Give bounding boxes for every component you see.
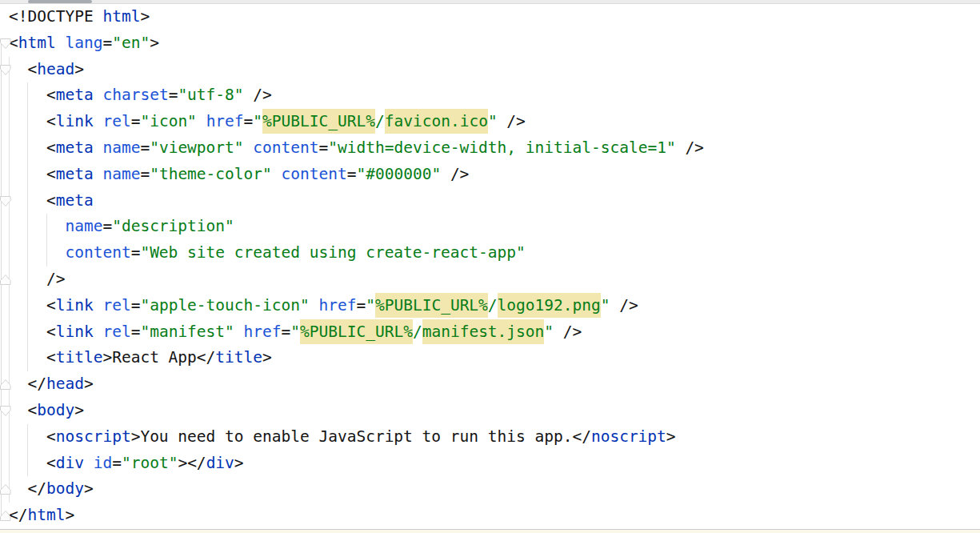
highlighted-token: %PUBLIC_URL% [375, 293, 488, 318]
code-token: ></ [178, 454, 206, 472]
code-line[interactable]: <title>React App</title> [9, 345, 980, 371]
code-token: name [102, 138, 140, 157]
code-line[interactable]: <body> [9, 398, 980, 424]
code-token: "viewport" [150, 138, 243, 157]
code-token [9, 401, 27, 419]
bottom-edge-strip [0, 529, 980, 533]
code-token: / [375, 112, 385, 130]
code-line[interactable]: <link rel="manifest" href="%PUBLIC_URL%/… [9, 319, 980, 346]
code-token: < [46, 427, 56, 446]
code-token: </ [27, 479, 46, 498]
code-line[interactable]: <link rel="apple-touch-icon" href="%PUBL… [9, 293, 980, 319]
code-line[interactable]: <!DOCTYPE html> [9, 4, 980, 30]
indent-guide [27, 82, 28, 371]
code-token: "apple-touch-icon" [140, 296, 309, 315]
scrollbar-thumb[interactable] [28, 0, 92, 3]
code-token: = [140, 165, 150, 183]
code-token: < [46, 112, 56, 130]
code-token: href [206, 112, 244, 130]
code-line[interactable]: content="Web site created using create-r… [9, 240, 980, 266]
fold-end-icon[interactable] [0, 484, 11, 495]
code-token: "root" [122, 454, 178, 472]
code-token: </ [572, 427, 590, 446]
code-token: > [74, 60, 84, 78]
code-token: lang [65, 34, 102, 52]
code-token: body [37, 401, 74, 419]
fold-end-icon[interactable] [0, 511, 11, 521]
code-token: > [131, 427, 141, 446]
code-line[interactable]: <html lang="en"> [9, 30, 980, 57]
code-token: < [46, 348, 56, 367]
code-token: "icon" [140, 112, 196, 130]
code-token [94, 165, 103, 183]
fold-end-icon[interactable] [0, 275, 11, 285]
code-token: / [488, 296, 498, 315]
code-token: = [244, 112, 254, 130]
code-token: title [56, 348, 103, 367]
code-line[interactable]: <noscript>You need to enable JavaScript … [9, 424, 980, 451]
code-token: > [140, 7, 150, 26]
code-token: < [27, 401, 37, 419]
code-token: content [65, 243, 130, 262]
code-line[interactable]: </html> [9, 503, 980, 529]
code-token [9, 217, 65, 235]
code-token: div [56, 454, 84, 472]
fold-end-icon[interactable] [0, 379, 11, 390]
code-line[interactable]: <link rel="icon" href="%PUBLIC_URL%/favi… [9, 109, 980, 135]
code-line[interactable]: </head> [9, 371, 980, 398]
code-token: /> [441, 165, 469, 183]
code-token: "#000000" [356, 165, 441, 183]
code-token: noscript [591, 427, 666, 446]
code-token: " [366, 296, 375, 315]
code-token: < [46, 86, 56, 104]
code-token: = [347, 165, 357, 183]
code-token: content [282, 165, 347, 183]
code-token: charset [102, 86, 168, 104]
code-token: = [140, 138, 150, 157]
code-token: / [413, 323, 422, 341]
code-token: </ [197, 348, 215, 367]
code-token: rel [102, 323, 130, 341]
code-token: > [102, 348, 112, 367]
code-line[interactable]: <head> [9, 57, 980, 83]
code-token [244, 138, 254, 157]
code-token: "utf-8" [178, 86, 243, 104]
code-line[interactable]: <meta [9, 188, 980, 214]
code-token: body [46, 479, 84, 498]
code-token: = [131, 112, 141, 130]
code-line[interactable]: <meta name="theme-color" content="#00000… [9, 162, 980, 188]
fold-start-icon[interactable] [0, 65, 11, 75]
code-token: " [290, 323, 300, 341]
code-token: = [112, 454, 122, 472]
code-token [94, 296, 103, 315]
code-token: href [319, 296, 357, 315]
code-token [9, 375, 27, 393]
highlighted-token: favicon.ico [385, 109, 488, 134]
code-token: " [488, 112, 498, 130]
code-line[interactable]: <meta charset="utf-8" /> [9, 82, 980, 109]
code-token: rel [102, 112, 130, 130]
code-token: "description" [112, 217, 234, 235]
fold-start-icon[interactable] [0, 406, 11, 416]
code-token: /> [610, 296, 638, 315]
code-token: noscript [56, 427, 131, 446]
code-line[interactable]: /> [9, 266, 980, 293]
indent-guide [46, 214, 47, 266]
code-line[interactable]: <meta name="viewport" content="width=dev… [9, 135, 980, 162]
code-token [197, 112, 206, 130]
code-line[interactable]: </body> [9, 476, 980, 503]
code-token: id [94, 454, 112, 472]
code-line[interactable]: name="description" [9, 214, 980, 240]
code-token: = [169, 86, 178, 104]
code-token: </ [27, 375, 46, 393]
code-token: html [18, 34, 56, 52]
highlighted-token: manifest.json [422, 319, 545, 344]
code-token: "theme-color" [150, 165, 272, 183]
fold-start-icon[interactable] [0, 38, 11, 49]
code-area[interactable]: <!DOCTYPE html><html lang="en"> <head> <… [0, 4, 980, 529]
code-token: = [102, 34, 112, 52]
code-token: name [65, 217, 102, 235]
fold-start-icon[interactable] [0, 196, 11, 206]
code-token [94, 112, 103, 130]
code-line[interactable]: <div id="root"></div> [9, 451, 980, 477]
